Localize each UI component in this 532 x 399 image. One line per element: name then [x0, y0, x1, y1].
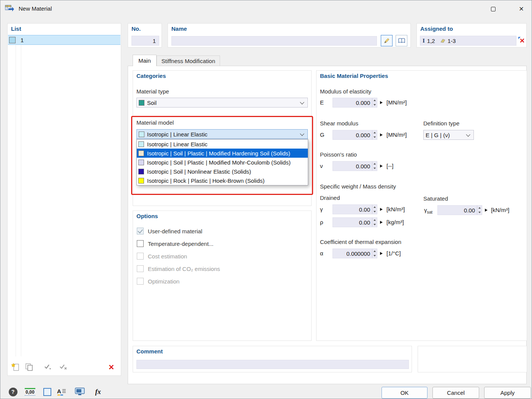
- spin-down-icon[interactable]: [372, 209, 377, 214]
- delete-material-button[interactable]: ✕: [106, 362, 116, 372]
- deselect-all-check-button[interactable]: [59, 362, 68, 372]
- spin-down-icon[interactable]: [372, 135, 377, 139]
- modulus-e-value[interactable]: 0.000: [333, 98, 372, 107]
- symbol-alpha: α: [320, 249, 323, 258]
- gamma-sat-value[interactable]: 0.00: [438, 206, 477, 215]
- material-model-option[interactable]: Isotropic | Soil | Nonlinear Elastic (So…: [137, 167, 308, 176]
- help-button[interactable]: ?: [7, 386, 19, 397]
- list-panel: List 1: [7, 23, 121, 376]
- rho-value[interactable]: 0.00: [333, 218, 372, 227]
- spin-down-icon[interactable]: [372, 103, 377, 107]
- option-swatch: [138, 150, 144, 156]
- alpha-value[interactable]: 0.000000: [333, 249, 372, 258]
- poisson-field[interactable]: 0.000: [332, 161, 377, 171]
- user-defined-material-checkbox[interactable]: [137, 228, 144, 234]
- spin-up-icon[interactable]: [372, 218, 377, 222]
- saturated-label: Saturated: [423, 195, 448, 202]
- list-toolbar: ✕: [10, 362, 119, 372]
- list-column-divider: [21, 45, 21, 356]
- spin-down-icon[interactable]: [372, 166, 377, 171]
- cost-estimation-checkbox[interactable]: [137, 253, 144, 260]
- material-model-option[interactable]: Isotropic | Rock | Plastic | Hoek-Brown …: [137, 176, 308, 185]
- detail-arrow-button[interactable]: [378, 130, 384, 140]
- detail-arrow-button[interactable]: [378, 98, 384, 108]
- name-panel: Name: [168, 23, 411, 48]
- assigned-to-field[interactable]: I 1,2 1-3: [420, 36, 516, 46]
- gamma-field[interactable]: 0.00: [332, 204, 377, 214]
- spin-down-icon[interactable]: [372, 253, 377, 258]
- detail-arrow-button[interactable]: [378, 217, 384, 227]
- assigned-surfaces-value: 1-3: [448, 38, 456, 44]
- shear-g-field[interactable]: 0.000: [332, 130, 377, 140]
- co2-emissions-checkbox[interactable]: [137, 265, 144, 272]
- name-label: Name: [171, 25, 187, 32]
- cancel-button[interactable]: Cancel: [432, 387, 479, 399]
- detail-arrow-button[interactable]: [378, 204, 384, 214]
- definition-type-select[interactable]: E | G | (ν): [423, 130, 474, 140]
- spin-down-icon[interactable]: [477, 210, 482, 215]
- detail-arrow-button[interactable]: [483, 205, 489, 215]
- checkbox-label: User-defined material: [148, 228, 202, 234]
- spinner: [372, 162, 377, 171]
- ok-button[interactable]: OK: [382, 387, 428, 399]
- copy-material-button[interactable]: [24, 362, 34, 372]
- material-model-select[interactable]: Isotropic | Linear Elastic: [136, 129, 308, 139]
- comment-header: Comment: [136, 348, 163, 355]
- display-settings-button[interactable]: A: [55, 386, 68, 397]
- checkbox-label: Estimation of CO₂ emissions: [148, 266, 220, 272]
- material-number-field[interactable]: 1: [131, 36, 159, 46]
- gamma-sat-field[interactable]: 0.00: [437, 205, 482, 215]
- render-view-button[interactable]: [73, 386, 86, 397]
- clear-assignment-button[interactable]: ✕: [518, 36, 526, 46]
- assigned-panel: Assigned to I 1,2 1-3 ✕: [416, 23, 527, 48]
- spin-up-icon[interactable]: [477, 206, 482, 210]
- basic-properties-group: Basic Material Properties Modulus of ela…: [316, 70, 527, 341]
- material-type-select[interactable]: Soil: [136, 98, 308, 108]
- detail-arrow-button[interactable]: [378, 249, 384, 258]
- unit-gamma: [kN/m³]: [386, 204, 405, 214]
- select-all-check-button[interactable]: [43, 362, 53, 372]
- edit-name-button[interactable]: [381, 35, 393, 46]
- spin-up-icon[interactable]: [372, 249, 377, 253]
- gamma-value[interactable]: 0.00: [333, 205, 372, 214]
- maximize-button[interactable]: [484, 0, 502, 17]
- temperature-dependent-checkbox[interactable]: [137, 240, 144, 247]
- spin-up-icon[interactable]: [372, 130, 377, 135]
- alpha-field[interactable]: 0.000000: [332, 249, 377, 258]
- color-display-button[interactable]: [41, 386, 53, 397]
- formula-button[interactable]: fx: [92, 386, 104, 397]
- material-color-swatch: [9, 37, 16, 43]
- checkbox-row-user-defined: User-defined material: [137, 228, 202, 234]
- modulus-e-field[interactable]: 0.000: [332, 98, 377, 108]
- spinner: [372, 249, 377, 258]
- list-item[interactable]: 1: [8, 35, 120, 45]
- rho-field[interactable]: 0.00: [332, 217, 377, 227]
- chevron-down-icon: [300, 131, 304, 136]
- close-button[interactable]: ✕: [513, 0, 530, 17]
- spin-up-icon[interactable]: [372, 98, 377, 103]
- material-model-option[interactable]: Isotropic | Linear Elastic: [137, 139, 308, 149]
- comment-input[interactable]: [136, 360, 409, 369]
- options-header: Options: [136, 213, 158, 219]
- spin-down-icon[interactable]: [372, 222, 377, 227]
- material-model-option[interactable]: Isotropic | Soil | Plastic | Modified Mo…: [137, 158, 308, 167]
- spinner: [372, 98, 377, 107]
- units-settings-button[interactable]: 0,00: [22, 386, 38, 397]
- detail-arrow-button[interactable]: [378, 161, 384, 171]
- option-label: Isotropic | Linear Elastic: [147, 141, 207, 147]
- spin-up-icon[interactable]: [372, 205, 377, 209]
- tab-stiffness-modification[interactable]: Stiffness Modification: [157, 55, 220, 66]
- material-name-input[interactable]: [171, 36, 377, 46]
- definition-type-value: E | G | (ν): [426, 132, 450, 138]
- weight-group-label: Specific weight / Mass density: [320, 183, 396, 190]
- spinner: [477, 206, 482, 215]
- material-library-button[interactable]: [396, 35, 407, 46]
- optimization-checkbox[interactable]: [137, 278, 144, 285]
- shear-g-value[interactable]: 0.000: [333, 130, 372, 139]
- apply-button[interactable]: Apply: [484, 387, 531, 399]
- spin-up-icon[interactable]: [372, 162, 377, 166]
- material-model-option[interactable]: Isotropic | Soil | Plastic | Modified Ha…: [137, 149, 308, 158]
- tab-main[interactable]: Main: [133, 55, 157, 66]
- new-material-button[interactable]: [11, 362, 21, 372]
- poisson-value[interactable]: 0.000: [333, 162, 372, 171]
